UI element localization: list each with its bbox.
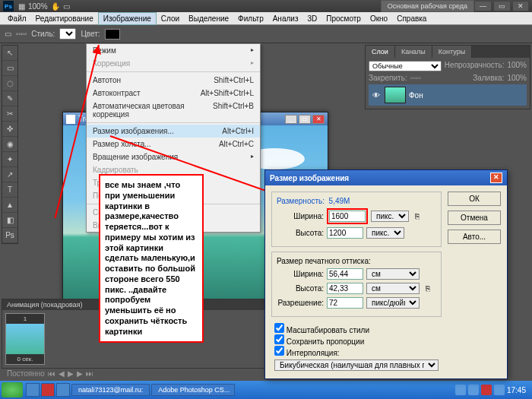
tray-icon[interactable] bbox=[494, 385, 505, 395]
tool-wand[interactable]: ✎ bbox=[2, 91, 17, 106]
layer-row[interactable]: 👁 Фон bbox=[369, 84, 527, 106]
color-swatch[interactable] bbox=[105, 29, 120, 40]
tool-pen[interactable]: ↗ bbox=[2, 167, 17, 182]
menu-analysis[interactable]: Анализ bbox=[268, 13, 303, 24]
tool-text[interactable]: T bbox=[2, 182, 17, 198]
toolbox: ↖ ▭ ◌ ✎ ✂ ✜ ◉ ✦ ↗ T ▲ ◧ Ps bbox=[2, 45, 18, 244]
zoom-field[interactable]: 100% bbox=[28, 2, 48, 11]
layout-icon[interactable]: ▦ bbox=[18, 2, 25, 11]
clock[interactable]: 17:45 bbox=[507, 386, 526, 394]
marquee-tool-icon[interactable]: ▭ bbox=[5, 30, 11, 38]
mi-autotone[interactable]: АвтотонShift+Ctrl+L bbox=[87, 74, 260, 87]
chk-constrain[interactable] bbox=[274, 334, 284, 344]
print-width-unit[interactable]: см bbox=[366, 268, 420, 280]
tray-icon[interactable] bbox=[481, 385, 492, 395]
tool-color[interactable]: ◧ bbox=[2, 213, 17, 228]
tray-icon[interactable] bbox=[468, 385, 479, 395]
task-photoshop[interactable]: Adobe Photoshop CS... bbox=[151, 384, 235, 396]
anim-first-icon[interactable]: ⏮ bbox=[48, 369, 55, 378]
anim-loop[interactable]: Постоянно bbox=[7, 369, 45, 378]
tool-crop[interactable]: ✂ bbox=[2, 106, 17, 122]
menu-image[interactable]: Изображение bbox=[98, 12, 157, 25]
menu-edit[interactable]: Редактирование bbox=[31, 13, 98, 24]
style-select[interactable] bbox=[59, 28, 76, 40]
tray-icon[interactable] bbox=[455, 385, 466, 395]
tool-move[interactable]: ↖ bbox=[2, 46, 17, 61]
mi-canvas-size[interactable]: Размер холста...Alt+Ctrl+C bbox=[87, 138, 260, 150]
menu-layers[interactable]: Слои bbox=[157, 13, 184, 24]
height-label: Высота: bbox=[277, 229, 324, 237]
tool-ps[interactable]: Ps bbox=[2, 228, 17, 243]
workspace-label[interactable]: Основная рабочая среда bbox=[381, 0, 474, 12]
mi-mode[interactable]: Режим bbox=[87, 44, 260, 57]
tool-shape[interactable]: ▲ bbox=[2, 198, 17, 213]
menu-view[interactable]: Просмотр bbox=[321, 13, 366, 24]
mi-image-size[interactable]: Размер изображения...Alt+Ctrl+I bbox=[87, 125, 260, 138]
chk-resample[interactable] bbox=[274, 346, 284, 356]
doc-max-icon[interactable]: ▭ bbox=[299, 115, 311, 124]
min-icon[interactable]: — bbox=[474, 1, 492, 11]
menu-3d[interactable]: 3D bbox=[302, 13, 321, 24]
tab-paths[interactable]: Контуры bbox=[432, 46, 472, 58]
tool-brush[interactable]: ✦ bbox=[2, 152, 17, 167]
mi-autocontrast[interactable]: АвтоконтрастAlt+Shift+Ctrl+L bbox=[87, 87, 260, 100]
task-mail[interactable]: natali73123@mail.ru: bbox=[71, 384, 150, 396]
tool-heal[interactable]: ◉ bbox=[2, 137, 17, 152]
image-size-dialog: Размер изображения ✕ Размерность: 5,49M … bbox=[264, 169, 508, 379]
width-unit[interactable]: пикс. bbox=[371, 211, 409, 222]
tool-marquee[interactable]: ▭ bbox=[2, 61, 17, 76]
menu-window[interactable]: Окно bbox=[366, 13, 392, 24]
blend-mode[interactable]: Обычные bbox=[369, 61, 442, 71]
link-icon[interactable]: ⎘ bbox=[426, 284, 430, 293]
doc-min-icon[interactable]: _ bbox=[285, 115, 297, 124]
interp-method-select[interactable]: Бикубическая (наилучшая для плавных град… bbox=[274, 359, 439, 371]
print-width-input[interactable] bbox=[327, 268, 363, 280]
mi-adjust[interactable]: Коррекция bbox=[87, 57, 260, 70]
anim-play-icon[interactable]: ▶ bbox=[68, 369, 74, 378]
chk-scale-styles[interactable] bbox=[274, 323, 284, 333]
hand-icon[interactable]: ✋ bbox=[51, 2, 60, 11]
anim-prev-icon[interactable]: ◀ bbox=[59, 369, 65, 378]
height-unit[interactable]: пикс. bbox=[366, 227, 404, 239]
dialog-close-icon[interactable]: ✕ bbox=[490, 173, 502, 183]
dialog-title: Размер изображения bbox=[270, 174, 349, 182]
tool-eyedrop[interactable]: ✜ bbox=[2, 122, 17, 137]
menu-select[interactable]: Выделение bbox=[184, 13, 233, 24]
ok-button[interactable]: ОК bbox=[448, 192, 501, 206]
view-icon[interactable]: ▭ bbox=[63, 2, 70, 11]
mi-autocolor[interactable]: Автоматическая цветовая коррекцияShift+C… bbox=[87, 100, 260, 121]
print-height-unit[interactable]: см bbox=[366, 283, 420, 294]
ql-app-icon[interactable] bbox=[56, 383, 70, 397]
doc-close-icon[interactable]: ✕ bbox=[312, 115, 325, 124]
resolution-input[interactable] bbox=[327, 297, 363, 309]
tool-lasso[interactable]: ◌ bbox=[2, 76, 17, 91]
print-height-input[interactable] bbox=[327, 283, 363, 294]
ql-ie-icon[interactable] bbox=[26, 383, 40, 397]
height-input[interactable] bbox=[327, 227, 363, 239]
menu-file[interactable]: Файл bbox=[3, 13, 31, 24]
tab-layers[interactable]: Слои bbox=[366, 46, 395, 58]
taskbar: natali73123@mail.ru: Adobe Photoshop CS.… bbox=[0, 381, 532, 399]
max-icon[interactable]: ▭ bbox=[493, 1, 511, 11]
eye-icon[interactable]: 👁 bbox=[371, 91, 382, 100]
menu-filter[interactable]: Фильтр bbox=[233, 13, 268, 24]
color-label: Цвет: bbox=[81, 30, 100, 38]
close-icon[interactable]: ✕ bbox=[512, 1, 529, 11]
dialog-titlebar[interactable]: Размер изображения ✕ bbox=[265, 170, 507, 185]
cancel-button[interactable]: Отмена bbox=[448, 211, 501, 225]
anim-last-icon[interactable]: ⏭ bbox=[86, 369, 93, 378]
anim-next-icon[interactable]: ▶ bbox=[77, 369, 83, 378]
start-button[interactable] bbox=[2, 382, 23, 397]
ql-opera-icon[interactable] bbox=[41, 383, 55, 397]
resolution-unit[interactable]: пикс/дюйм bbox=[366, 297, 420, 309]
width-input[interactable] bbox=[329, 211, 366, 222]
tab-channels[interactable]: Каналы bbox=[395, 46, 432, 58]
lock-icons[interactable]: ▫▫▫▫ bbox=[410, 74, 421, 82]
auto-button[interactable]: Авто... bbox=[448, 230, 501, 244]
menu-help[interactable]: Справка bbox=[392, 13, 431, 24]
mode-icons[interactable]: ▫▫▫▫ bbox=[16, 30, 27, 38]
frame-1[interactable]: 1 0 сек. bbox=[5, 313, 45, 365]
link-icon[interactable]: ⎘ bbox=[415, 212, 420, 220]
mi-rotation[interactable]: Вращение изображения bbox=[87, 150, 260, 163]
layer-name[interactable]: Фон bbox=[409, 91, 423, 100]
